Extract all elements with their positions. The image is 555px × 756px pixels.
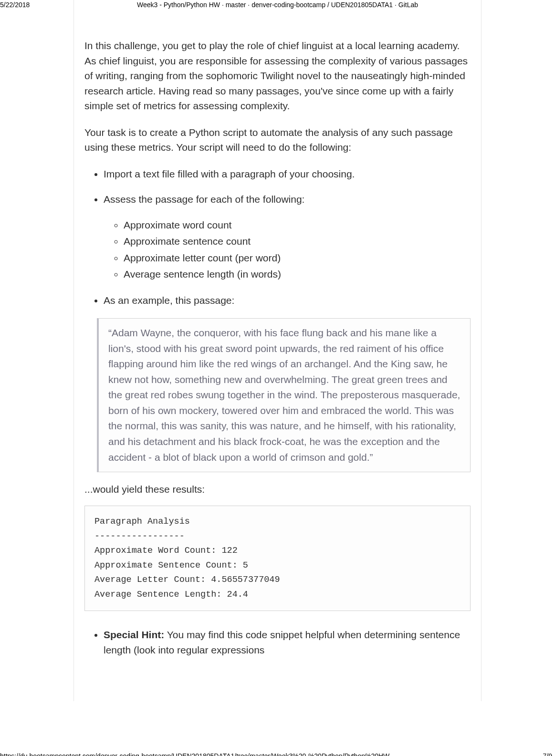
hint-list: Special Hint: You may find this code sni… [84,627,471,657]
document-body: In this challenge, you get to play the r… [73,0,482,701]
print-title: Week3 - Python/Python HW · master · denv… [137,1,418,9]
intro-paragraph-2: Your task is to create a Python script t… [84,125,471,155]
intro-paragraph-1: In this challenge, you get to play the r… [84,38,471,114]
print-footer-url: https://du.bootcampcontent.com/denver-co… [0,752,389,756]
task-item-assess: Assess the passage for each of the follo… [104,192,471,282]
metric-sentence-count: Approximate sentence count [124,234,471,249]
task-item-example: As an example, this passage: [104,293,471,308]
metric-word-count: Approximate word count [124,217,471,233]
task-item-assess-label: Assess the passage for each of the follo… [104,194,304,205]
page-container: 5/22/2018 Week3 - Python/Python HW · mas… [0,0,555,756]
hint-label: Special Hint: [104,629,164,640]
task-list: Import a text file filled with a paragra… [84,166,471,308]
print-date: 5/22/2018 [0,1,30,9]
results-code-block: Paragraph Analysis ----------------- App… [84,506,471,611]
metrics-list: Approximate word count Approximate sente… [104,217,471,282]
results-label: ...would yield these results: [84,484,471,495]
hint-item: Special Hint: You may find this code sni… [104,627,471,657]
metric-letter-count: Approximate letter count (per word) [124,250,471,266]
print-footer-page: 7/9 [543,752,552,756]
metric-sentence-length: Average sentence length (in words) [124,267,471,282]
task-item-import: Import a text file filled with a paragra… [104,166,471,182]
example-passage-quote: “Adam Wayne, the conqueror, with his fac… [97,318,471,472]
